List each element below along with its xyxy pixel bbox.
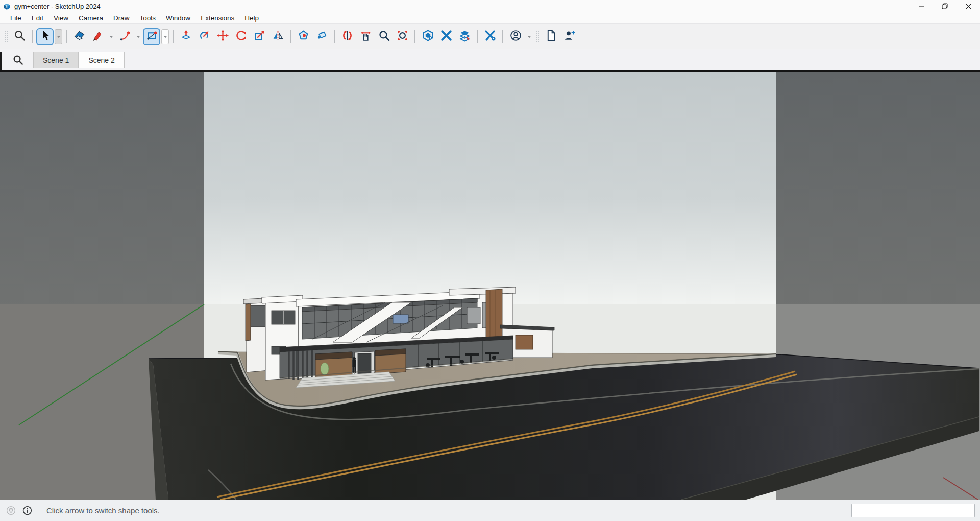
- orbit-tool-button[interactable]: [338, 28, 356, 45]
- toolbar-separator: [290, 30, 291, 43]
- status-message: Click arrow to switch shape tools.: [46, 506, 160, 515]
- minimize-button[interactable]: [910, 0, 933, 12]
- zoom-icon: [378, 29, 390, 44]
- layout-icon: [458, 29, 471, 44]
- push-pull-tool-button[interactable]: [177, 28, 194, 45]
- select-tool-dropdown[interactable]: [55, 29, 62, 44]
- sketchup-window: gym+center - SketchUp 2024 FileEditViewC…: [0, 0, 980, 521]
- status-separator: [40, 504, 40, 517]
- measurements-separator: [843, 503, 843, 518]
- new-file-button-button[interactable]: [542, 28, 559, 45]
- menu-item-extensions[interactable]: Extensions: [195, 13, 239, 23]
- follow-me-icon: [198, 29, 211, 44]
- arc-tool-dropdown[interactable]: [134, 29, 142, 44]
- menu-item-file[interactable]: File: [5, 13, 27, 23]
- sketchup-logo-icon: [3, 3, 11, 10]
- toolbar-separator: [414, 30, 415, 43]
- geolocation-icon[interactable]: [5, 505, 16, 516]
- arc-icon: [118, 29, 131, 44]
- account-button-button[interactable]: [507, 28, 524, 45]
- rectangle-icon: [145, 29, 158, 44]
- zoom-extents-icon: [396, 29, 409, 44]
- offset-icon: [297, 29, 310, 44]
- flip-tool-button[interactable]: [269, 28, 286, 45]
- close-button[interactable]: [957, 0, 980, 12]
- arc-tool-button[interactable]: [116, 28, 133, 45]
- follow-me-tool-button[interactable]: [195, 28, 213, 45]
- viewport[interactable]: [0, 72, 980, 500]
- scene-tab-2[interactable]: Scene 2: [79, 52, 124, 68]
- rectangle-tool-button[interactable]: [143, 28, 160, 45]
- extension-manager-icon: [484, 29, 497, 44]
- menu-item-draw[interactable]: Draw: [108, 13, 135, 23]
- add-collaborator-button-button[interactable]: [560, 28, 578, 45]
- status-bar: Click arrow to switch shape tools.: [0, 500, 980, 521]
- menu-item-camera[interactable]: Camera: [74, 13, 108, 23]
- select-tool-button[interactable]: [36, 28, 54, 45]
- line-tool-button[interactable]: [89, 28, 106, 45]
- scene-tab-bar: Scene 1Scene 2: [0, 49, 980, 72]
- move-icon: [216, 29, 229, 44]
- menu-item-view[interactable]: View: [48, 13, 74, 23]
- push-pull-icon: [180, 29, 192, 44]
- move-tool-button[interactable]: [214, 28, 231, 45]
- extension-warehouse-icon: [440, 29, 453, 44]
- scene-search-icon[interactable]: [12, 54, 24, 66]
- restore-button[interactable]: [933, 0, 957, 12]
- main-toolbar: [0, 23, 980, 49]
- account-icon: [509, 29, 522, 44]
- menu-item-tools[interactable]: Tools: [135, 13, 161, 23]
- toolbar-drag-handle[interactable]: [4, 30, 8, 43]
- title-bar: gym+center - SketchUp 2024: [0, 0, 980, 12]
- scale-tool-button[interactable]: [251, 28, 268, 45]
- 3d-warehouse-icon: [422, 29, 434, 44]
- menu-bar: FileEditViewCameraDrawToolsWindowExtensi…: [0, 12, 980, 23]
- select-icon: [39, 29, 52, 44]
- pan-icon: [359, 29, 372, 44]
- flip-icon: [272, 29, 284, 44]
- layout-button-button[interactable]: [456, 28, 473, 45]
- eraser-tool-button[interactable]: [70, 28, 88, 45]
- new-file-icon: [545, 29, 557, 44]
- toolbar-separator: [173, 30, 174, 43]
- sky: [0, 72, 980, 304]
- toolbar-separator: [32, 30, 33, 43]
- line-icon: [91, 29, 104, 44]
- search-tool-button[interactable]: [11, 28, 28, 45]
- offset-tool-button[interactable]: [295, 28, 312, 45]
- toolbar-drag-handle[interactable]: [535, 30, 540, 43]
- scale-icon: [253, 29, 266, 44]
- search-icon: [13, 29, 26, 44]
- window-title: gym+center - SketchUp 2024: [14, 3, 101, 10]
- menu-item-window[interactable]: Window: [161, 13, 195, 23]
- extension-warehouse-button-button[interactable]: [437, 28, 455, 45]
- toolbar-separator: [66, 30, 67, 43]
- toolbar-separator: [334, 30, 335, 43]
- extension-manager-button-button[interactable]: [481, 28, 499, 45]
- menu-item-edit[interactable]: Edit: [27, 13, 48, 23]
- rectangle-tool-dropdown[interactable]: [161, 29, 169, 44]
- add-collaborator-icon: [563, 29, 576, 44]
- toolbar-separator: [502, 30, 503, 43]
- line-tool-dropdown[interactable]: [107, 29, 115, 44]
- info-icon[interactable]: [21, 505, 33, 516]
- 3d-warehouse-button-button[interactable]: [419, 28, 436, 45]
- zoom-extents-tool-button[interactable]: [394, 28, 411, 45]
- toolbar-separator: [477, 30, 478, 43]
- menu-item-help[interactable]: Help: [239, 13, 264, 23]
- paint-bucket-tool-button[interactable]: [313, 28, 330, 45]
- scene-tab-1[interactable]: Scene 1: [33, 52, 79, 68]
- zoom-tool-button[interactable]: [375, 28, 393, 45]
- measurements-input[interactable]: [851, 504, 975, 517]
- eraser-icon: [73, 29, 86, 44]
- pan-tool-button[interactable]: [357, 28, 374, 45]
- rotate-icon: [235, 29, 248, 44]
- orbit-icon: [341, 29, 354, 44]
- rotate-tool-button[interactable]: [232, 28, 250, 45]
- account-dropdown[interactable]: [525, 29, 533, 44]
- tab-bar-edge: [0, 52, 2, 70]
- paint-bucket-icon: [315, 29, 328, 44]
- viewport-canvas[interactable]: [0, 72, 980, 500]
- window-controls: [910, 0, 980, 12]
